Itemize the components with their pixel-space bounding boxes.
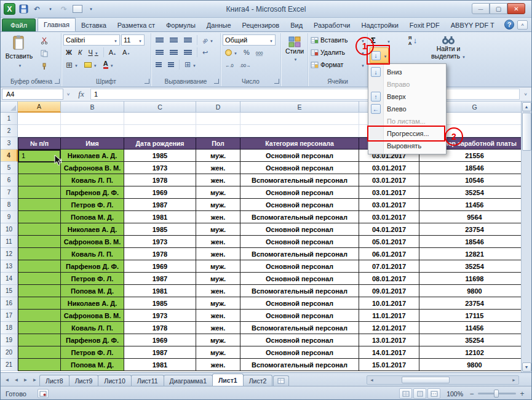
increase-indent-button[interactable] xyxy=(165,59,177,70)
cell-E7[interactable]: Основной персонал xyxy=(240,186,359,199)
cell-G19[interactable]: 35254 xyxy=(419,334,522,346)
help-icon[interactable] xyxy=(504,20,514,30)
cut-button[interactable] xyxy=(36,35,52,46)
ribbon-tab-insert[interactable]: Вставка xyxy=(76,19,112,31)
fill-color-button[interactable] xyxy=(82,59,100,70)
cell-F15[interactable]: 09.01.2017 xyxy=(359,285,419,297)
scroll-down-icon[interactable] xyxy=(522,362,531,372)
cell-C9[interactable]: 1981 xyxy=(124,211,196,223)
cell-E18[interactable]: Вспомогательный персонал xyxy=(240,322,359,334)
row-header-1[interactable]: 1 xyxy=(1,113,18,125)
minimize-button[interactable] xyxy=(472,3,490,14)
ribbon-tab-file[interactable]: Файл xyxy=(2,18,36,31)
cell-E13[interactable]: Основной персонал xyxy=(240,260,359,273)
cell-D16[interactable]: муж. xyxy=(196,297,240,310)
font-dialog-launcher[interactable] xyxy=(145,79,149,84)
next-sheet-icon[interactable] xyxy=(21,375,30,385)
cell-D2[interactable] xyxy=(196,125,240,137)
cell-B13[interactable]: Парфенов Д. Ф. xyxy=(61,260,124,273)
cell-C5[interactable]: 1973 xyxy=(124,162,196,174)
cell-A14[interactable] xyxy=(18,273,61,285)
cell-E14[interactable]: Основной персонал xyxy=(240,273,359,285)
wrap-text-button[interactable] xyxy=(200,47,210,58)
cell-A15[interactable] xyxy=(18,285,61,297)
macro-record-button[interactable] xyxy=(38,389,49,398)
cell-F11[interactable]: 05.01.2017 xyxy=(359,236,419,248)
cell-A18[interactable] xyxy=(18,322,61,334)
ribbon-tab-review[interactable]: Рецензиров xyxy=(237,19,285,31)
cell-A2[interactable] xyxy=(18,125,61,137)
cell-C17[interactable]: 1973 xyxy=(124,310,196,322)
cell-F21[interactable]: 15.01.2017 xyxy=(359,359,419,371)
formula-input[interactable]: 1 xyxy=(90,89,520,100)
cell-C3[interactable]: Дата рождения xyxy=(124,137,196,150)
cell-B19[interactable]: Парфенов Д. Ф. xyxy=(61,334,124,346)
ribbon-tab-foxit[interactable]: Foxit PDF xyxy=(404,19,445,31)
cell-G15[interactable]: 9800 xyxy=(419,285,522,297)
align-top-button[interactable] xyxy=(153,34,166,46)
cell-D14[interactable]: муж. xyxy=(196,273,240,285)
shrink-font-button[interactable]: А xyxy=(120,47,132,58)
cell-G12[interactable]: 12821 xyxy=(419,248,522,260)
cell-F7[interactable]: 03.01.2017 xyxy=(359,186,419,199)
autosum-button[interactable]: Σ xyxy=(369,34,392,46)
column-header-A[interactable]: A xyxy=(18,102,61,113)
column-header-D[interactable]: D xyxy=(196,102,240,113)
row-header-4[interactable]: 4 xyxy=(1,150,18,162)
cell-D12[interactable]: жен. xyxy=(196,248,240,260)
cell-B1[interactable] xyxy=(61,113,124,125)
cell-G17[interactable]: 17115 xyxy=(419,310,522,322)
cell-C2[interactable] xyxy=(124,125,196,137)
cell-A3[interactable]: № п/п xyxy=(18,137,61,150)
format-cells-button[interactable]: Формат xyxy=(311,59,365,70)
merge-center-button[interactable] xyxy=(182,59,199,70)
zoom-thumb[interactable] xyxy=(494,390,499,398)
ribbon-tab-developer[interactable]: Разработчи xyxy=(308,19,355,31)
cell-B14[interactable]: Петров Ф. Л. xyxy=(61,273,124,285)
cell-D10[interactable]: муж. xyxy=(196,223,240,236)
number-dialog-launcher[interactable] xyxy=(274,79,279,84)
cell-A20[interactable] xyxy=(18,346,61,359)
cell-F17[interactable]: 11.01.2017 xyxy=(359,310,419,322)
cell-D7[interactable]: муж. xyxy=(196,186,240,199)
cell-B12[interactable]: Коваль Л. П. xyxy=(61,248,124,260)
cell-B20[interactable]: Петров Ф. Л. xyxy=(61,346,124,359)
row-header-12[interactable]: 12 xyxy=(1,248,18,260)
cell-D8[interactable]: муж. xyxy=(196,199,240,211)
cell-G6[interactable]: 10546 xyxy=(419,174,522,186)
cell-G7[interactable]: 35254 xyxy=(419,186,522,199)
cell-B7[interactable]: Парфенов Д. Ф. xyxy=(61,186,124,199)
row-header-21[interactable]: 21 xyxy=(1,359,18,371)
ribbon-tab-addins[interactable]: Надстройки xyxy=(355,19,403,31)
cell-A21[interactable] xyxy=(18,359,61,371)
cell-E10[interactable]: Основной персонал xyxy=(240,223,359,236)
cell-G18[interactable]: 11456 xyxy=(419,322,522,334)
row-header-19[interactable]: 19 xyxy=(1,334,18,346)
cell-A17[interactable] xyxy=(18,310,61,322)
cell-C13[interactable]: 1969 xyxy=(124,260,196,273)
row-header-15[interactable]: 15 xyxy=(1,285,18,297)
row-header-5[interactable]: 5 xyxy=(1,162,18,174)
cell-C11[interactable]: 1973 xyxy=(124,236,196,248)
row-header-10[interactable]: 10 xyxy=(1,223,18,236)
cell-C10[interactable]: 1985 xyxy=(124,223,196,236)
cell-C4[interactable]: 1985 xyxy=(124,150,196,162)
cell-G21[interactable]: 9800 xyxy=(419,359,522,371)
row-header-9[interactable]: 9 xyxy=(1,211,18,223)
cell-C8[interactable]: 1987 xyxy=(124,199,196,211)
sort-filter-button[interactable]: ЯА↓ xyxy=(399,34,427,47)
cell-E6[interactable]: Вспомогательный персонал xyxy=(240,174,359,186)
cell-B5[interactable]: Сафронова В. М. xyxy=(61,162,124,174)
cell-E4[interactable]: Основной персонал xyxy=(240,150,359,162)
align-bottom-button[interactable] xyxy=(181,34,194,46)
cell-F16[interactable]: 10.01.2017 xyxy=(359,297,419,310)
cell-C6[interactable]: 1978 xyxy=(124,174,196,186)
fill-menu-item-left[interactable]: ←Влево xyxy=(368,103,446,115)
row-header-16[interactable]: 16 xyxy=(1,297,18,310)
cell-A7[interactable] xyxy=(18,186,61,199)
zoom-out-icon[interactable]: − xyxy=(469,391,475,397)
cell-D21[interactable]: жен. xyxy=(196,359,240,371)
font-name-combo[interactable]: Calibri xyxy=(63,34,120,46)
column-header-C[interactable]: C xyxy=(124,102,196,113)
increase-decimal-button[interactable] xyxy=(223,59,236,70)
